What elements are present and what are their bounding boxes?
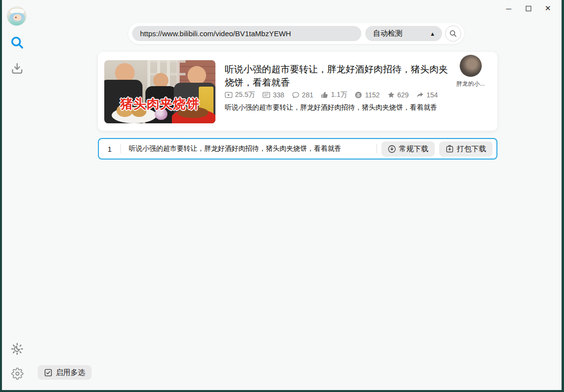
avatar-eye xyxy=(15,17,17,18)
circle-download-icon xyxy=(388,145,396,153)
divider xyxy=(120,144,121,153)
regular-download-button[interactable]: 常规下载 xyxy=(381,141,435,157)
package-download-label: 打包下载 xyxy=(457,144,486,154)
maximize-button[interactable] xyxy=(518,1,538,16)
stat-danmaku: 338 xyxy=(262,91,284,99)
url-input[interactable] xyxy=(132,26,361,41)
gear-icon xyxy=(11,368,24,380)
url-bar: 自动检测 ▲ xyxy=(128,23,464,44)
avatar-face xyxy=(13,14,22,21)
user-avatar[interactable] xyxy=(7,6,26,26)
app-window: ─ ✕ xyxy=(2,0,562,390)
stat-likes: 1.1万 xyxy=(321,91,347,99)
site-mode-value: 自动检测 xyxy=(373,29,402,38)
multiselect-label: 启用多选 xyxy=(56,368,85,377)
video-description: 听说小强的超市要转让，胖龙好酒好肉招待，猪头肉夹烧饼，看着就香 xyxy=(225,103,454,112)
item-title: 听说小强的超市要转让，胖龙好酒好肉招待，猪头肉夹烧饼，看着就香 xyxy=(129,144,341,153)
coins-count: 1152 xyxy=(365,91,379,99)
search-icon xyxy=(449,29,457,38)
coin-icon xyxy=(354,91,362,99)
comments-count: 281 xyxy=(302,91,313,99)
comment-icon xyxy=(292,91,300,99)
thumbs-up-icon xyxy=(321,91,329,99)
regular-download-label: 常规下载 xyxy=(399,144,428,154)
minimize-button[interactable]: ─ xyxy=(499,1,518,16)
sidebar-item-search[interactable] xyxy=(10,35,24,50)
chevron-up-icon: ▲ xyxy=(430,31,435,37)
item-index: 1 xyxy=(99,145,120,153)
download-item-row[interactable]: 1 听说小强的超市要转让，胖龙好酒好肉招待，猪头肉夹烧饼，看着就香 常规下载 打… xyxy=(98,138,497,160)
uploader-name: 胖龙的小... xyxy=(454,80,487,88)
views-count: 25.5万 xyxy=(235,91,255,99)
uploader-avatar[interactable] xyxy=(460,55,482,77)
shares-count: 154 xyxy=(426,91,438,99)
favorites-count: 629 xyxy=(398,91,409,99)
close-button[interactable]: ✕ xyxy=(538,1,558,16)
search-icon xyxy=(10,36,24,49)
thumbnail-caption: 猪头肉夹烧饼 xyxy=(104,95,215,113)
parse-search-button[interactable] xyxy=(445,25,461,42)
package-download-button[interactable]: 打包下载 xyxy=(439,141,493,157)
video-title: 听说小强的超市要转让，胖龙好酒好肉招待，猪头肉夹烧饼，看着就香 xyxy=(225,63,454,89)
stat-coins: 1152 xyxy=(354,91,379,99)
sidebar-item-downloads[interactable] xyxy=(10,61,24,76)
stat-comments: 281 xyxy=(292,91,313,99)
site-mode-select[interactable]: 自动检测 ▲ xyxy=(365,26,442,41)
danmaku-count: 338 xyxy=(273,91,284,99)
stat-views: 25.5万 xyxy=(225,91,255,99)
star-icon xyxy=(387,91,395,99)
share-icon xyxy=(416,91,424,99)
sidebar-item-settings[interactable] xyxy=(10,366,24,381)
sidebar xyxy=(2,0,32,390)
video-card: 猪头肉夹烧饼 听说小强的超市要转让，胖龙好酒好肉招待，猪头肉夹烧饼，看着就香 2… xyxy=(98,52,497,131)
stat-shares: 154 xyxy=(416,91,438,99)
play-icon xyxy=(225,91,233,99)
theme-toggle-icon xyxy=(11,343,24,355)
danmaku-icon xyxy=(262,91,270,99)
download-tray-icon xyxy=(11,62,24,75)
uploader: 胖龙的小... xyxy=(454,55,487,88)
likes-count: 1.1万 xyxy=(331,91,347,99)
video-stats: 25.5万 338 281 1.1万 xyxy=(225,91,438,99)
divider xyxy=(376,144,377,153)
video-thumbnail[interactable]: 猪头肉夹烧饼 xyxy=(104,60,215,123)
stat-favorites: 629 xyxy=(387,91,409,99)
package-plus-icon xyxy=(446,145,454,153)
sidebar-item-theme-toggle[interactable] xyxy=(10,342,24,356)
maximize-icon xyxy=(526,6,531,11)
checkbox-icon xyxy=(44,369,52,377)
enable-multiselect-button[interactable]: 启用多选 xyxy=(38,365,92,380)
window-controls: ─ ✕ xyxy=(499,1,558,16)
